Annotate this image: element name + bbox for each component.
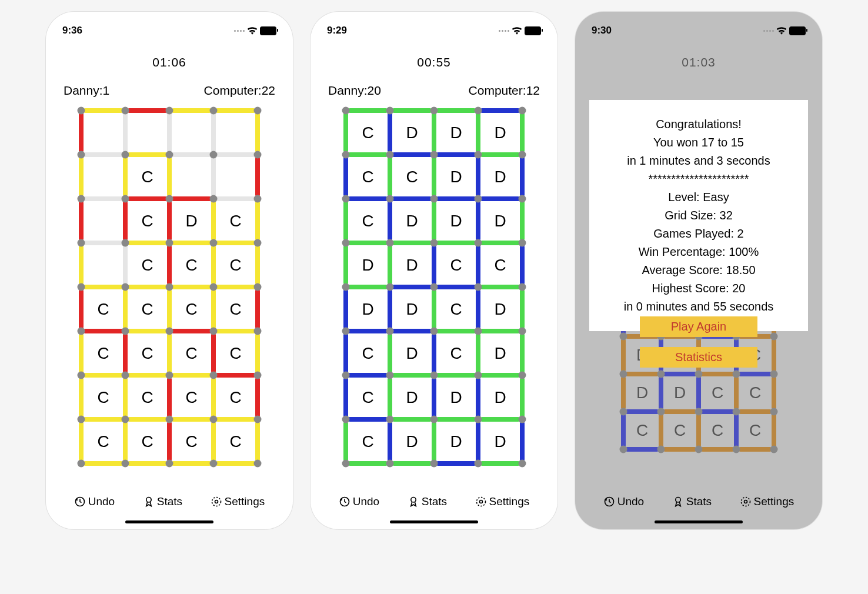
edge-h[interactable] xyxy=(128,108,167,113)
play-again-button[interactable]: Play Again xyxy=(640,316,757,337)
edge-v[interactable] xyxy=(167,378,172,417)
edge-v[interactable] xyxy=(167,289,172,329)
edge-v[interactable] xyxy=(520,333,525,373)
edge-h[interactable] xyxy=(480,285,520,289)
edge-h[interactable] xyxy=(84,373,123,378)
edge-v[interactable] xyxy=(388,422,392,461)
edge-v[interactable] xyxy=(79,245,84,285)
edge-h[interactable] xyxy=(436,285,476,289)
edge-v[interactable] xyxy=(520,245,525,285)
edge-v[interactable] xyxy=(79,201,84,241)
edge-h[interactable] xyxy=(172,329,211,333)
edge-h[interactable] xyxy=(216,285,255,289)
edge-h[interactable] xyxy=(128,417,167,422)
edge-v[interactable] xyxy=(621,376,626,409)
edge-v[interactable] xyxy=(520,157,525,196)
edge-v[interactable] xyxy=(123,113,128,152)
edge-h[interactable] xyxy=(739,447,772,452)
edge-v[interactable] xyxy=(343,289,348,329)
edge-h[interactable] xyxy=(216,241,255,245)
edge-v[interactable] xyxy=(79,422,84,461)
edge-h[interactable] xyxy=(480,417,520,422)
edge-h[interactable] xyxy=(480,152,520,157)
edge-v[interactable] xyxy=(211,157,216,196)
edge-v[interactable] xyxy=(79,113,84,152)
undo-button[interactable]: Undo xyxy=(339,495,379,508)
edge-h[interactable] xyxy=(348,285,388,289)
edge-v[interactable] xyxy=(211,245,216,285)
edge-v[interactable] xyxy=(432,333,436,373)
edge-h[interactable] xyxy=(84,196,123,201)
edge-h[interactable] xyxy=(480,461,520,466)
edge-h[interactable] xyxy=(84,329,123,333)
edge-v[interactable] xyxy=(167,157,172,196)
edge-h[interactable] xyxy=(172,285,211,289)
edge-v[interactable] xyxy=(255,333,260,373)
edge-h[interactable] xyxy=(392,196,432,201)
edge-v[interactable] xyxy=(123,245,128,285)
edge-v[interactable] xyxy=(734,414,739,447)
edge-v[interactable] xyxy=(772,339,776,372)
edge-h[interactable] xyxy=(128,329,167,333)
edge-h[interactable] xyxy=(436,373,476,378)
edge-v[interactable] xyxy=(432,157,436,196)
edge-h[interactable] xyxy=(739,409,772,414)
edge-h[interactable] xyxy=(84,108,123,113)
edge-h[interactable] xyxy=(436,241,476,245)
edge-v[interactable] xyxy=(79,157,84,196)
edge-v[interactable] xyxy=(520,378,525,417)
game-board[interactable]: CDDDCCDDCDDDDDCCDDCDCDCDCDDDCDDD xyxy=(346,111,522,463)
edge-h[interactable] xyxy=(392,373,432,378)
edge-v[interactable] xyxy=(520,113,525,152)
edge-h[interactable] xyxy=(172,417,211,422)
edge-v[interactable] xyxy=(520,289,525,329)
edge-v[interactable] xyxy=(211,113,216,152)
edge-v[interactable] xyxy=(123,333,128,373)
edge-h[interactable] xyxy=(216,329,255,333)
edge-h[interactable] xyxy=(348,196,388,201)
edge-v[interactable] xyxy=(343,113,348,152)
edge-h[interactable] xyxy=(348,108,388,113)
edge-h[interactable] xyxy=(480,108,520,113)
edge-h[interactable] xyxy=(84,417,123,422)
edge-h[interactable] xyxy=(392,329,432,333)
edge-v[interactable] xyxy=(432,422,436,461)
stats-button[interactable]: Stats xyxy=(143,495,182,508)
stats-button[interactable]: Stats xyxy=(408,495,447,508)
edge-v[interactable] xyxy=(167,201,172,241)
edge-v[interactable] xyxy=(772,414,776,447)
edge-v[interactable] xyxy=(167,422,172,461)
edge-v[interactable] xyxy=(211,201,216,241)
edge-h[interactable] xyxy=(663,447,696,452)
edge-h[interactable] xyxy=(216,196,255,201)
edge-v[interactable] xyxy=(476,333,480,373)
edge-v[interactable] xyxy=(79,289,84,329)
edge-h[interactable] xyxy=(392,108,432,113)
edge-h[interactable] xyxy=(436,329,476,333)
edge-h[interactable] xyxy=(626,447,659,452)
edge-h[interactable] xyxy=(436,108,476,113)
edge-v[interactable] xyxy=(388,201,392,241)
edge-h[interactable] xyxy=(172,373,211,378)
edge-h[interactable] xyxy=(172,461,211,466)
edge-v[interactable] xyxy=(476,422,480,461)
edge-v[interactable] xyxy=(696,414,701,447)
edge-v[interactable] xyxy=(659,376,663,409)
edge-v[interactable] xyxy=(621,339,626,372)
edge-v[interactable] xyxy=(167,245,172,285)
edge-v[interactable] xyxy=(123,201,128,241)
settings-button[interactable]: Settings xyxy=(475,495,530,508)
edge-v[interactable] xyxy=(476,113,480,152)
undo-button[interactable]: Undo xyxy=(603,495,644,508)
edge-h[interactable] xyxy=(626,409,659,414)
edge-v[interactable] xyxy=(167,113,172,152)
edge-v[interactable] xyxy=(772,376,776,409)
edge-h[interactable] xyxy=(392,285,432,289)
edge-h[interactable] xyxy=(739,372,772,376)
edge-v[interactable] xyxy=(123,289,128,329)
edge-h[interactable] xyxy=(348,152,388,157)
settings-button[interactable]: Settings xyxy=(740,495,794,508)
edge-v[interactable] xyxy=(476,289,480,329)
edge-h[interactable] xyxy=(128,373,167,378)
edge-h[interactable] xyxy=(436,417,476,422)
